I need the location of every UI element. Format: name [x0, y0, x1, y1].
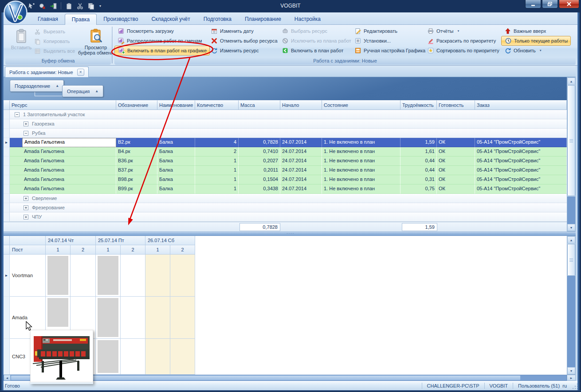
expand-icon[interactable]: [24, 205, 28, 210]
cell[interactable]: 0,2011: [239, 166, 280, 175]
group-row[interactable]: Газорезка: [4, 119, 567, 129]
table-row[interactable]: Amada Гильотина В36.рк Балка 1 0,2027 24…: [4, 157, 567, 166]
column-header[interactable]: Обозначение: [116, 100, 157, 110]
reports-button[interactable]: Отчёты▼: [424, 26, 502, 36]
pane-splitter[interactable]: ∙∙∙∙: [4, 231, 577, 236]
cell[interactable]: 05-А14 "ПромСтройСервис": [475, 175, 567, 184]
table-row[interactable]: Amada Гильотина В99.рк Балка 1 0,3438 24…: [4, 184, 567, 194]
cell[interactable]: 4: [195, 138, 239, 147]
collapse-icon[interactable]: [24, 131, 28, 136]
cell[interactable]: 24.07.2014: [280, 157, 322, 166]
tab-skladskoy-uchet[interactable]: Складской учёт: [145, 14, 196, 25]
cell[interactable]: В99.рк: [116, 184, 157, 194]
cell[interactable]: 0,44: [400, 166, 437, 175]
tab-nastroyka[interactable]: Настройка: [288, 14, 327, 25]
cell[interactable]: Балка: [157, 147, 195, 157]
day-header[interactable]: 26.07.14 Сб: [145, 236, 195, 245]
cell[interactable]: Amada Гильотина: [22, 175, 116, 184]
column-header[interactable]: Готовность: [437, 100, 475, 110]
day-header[interactable]: 24.07.14 Чт: [46, 236, 96, 245]
shift-cell[interactable]: [71, 255, 96, 297]
include-plan-chart-button[interactable]: Включить в план работ на графике: [114, 46, 210, 55]
collapse-icon[interactable]: [15, 112, 20, 117]
cell[interactable]: 1. Не включено в план: [322, 147, 400, 157]
cell[interactable]: 0,7828: [239, 138, 280, 147]
cell[interactable]: 1. Не включено в план: [322, 157, 400, 166]
cell[interactable]: ОК: [437, 147, 475, 157]
close-button[interactable]: [559, 0, 579, 8]
column-header[interactable]: Количество: [195, 100, 239, 110]
cell[interactable]: В4.рк: [116, 147, 157, 157]
cell[interactable]: 1,61: [400, 147, 437, 157]
document-tab[interactable]: Работа с заданиями: Новые ×: [5, 67, 89, 77]
cancel-resource-button[interactable]: Отменить выбор ресурса: [208, 36, 280, 46]
shift-cell[interactable]: [46, 255, 71, 297]
shift-cell[interactable]: [145, 255, 170, 297]
view-load-button[interactable]: Посмотреть загрузку: [114, 26, 210, 36]
cell[interactable]: В36.рк: [116, 157, 157, 166]
cell[interactable]: Amada Гильотина: [22, 184, 116, 194]
cell[interactable]: ОК: [437, 138, 475, 147]
table-row[interactable]: Amada Гильотина В98.рк Балка 1 0,1504 24…: [4, 175, 567, 184]
cell[interactable]: 0,3438: [239, 184, 280, 194]
change-resource-button[interactable]: Изменить ресурс: [208, 46, 280, 55]
day-header[interactable]: 25.07.14 Пт: [96, 236, 145, 245]
schedule-row[interactable]: ► Voortman: [4, 255, 567, 297]
shift-cell[interactable]: [96, 297, 121, 339]
cell[interactable]: 1: [195, 175, 239, 184]
cell[interactable]: 24.07.2014: [280, 147, 322, 157]
cell[interactable]: 1,59: [400, 138, 437, 147]
distribute-shifts-button[interactable]: Распределение работ по сменам: [114, 36, 210, 46]
shift-cell[interactable]: [121, 339, 145, 375]
cell[interactable]: В2.рк: [116, 138, 157, 147]
cell[interactable]: Балка: [157, 175, 195, 184]
cell[interactable]: ОК: [437, 166, 475, 175]
group-row[interactable]: Фрезерование: [4, 203, 567, 212]
group-by-operaciya[interactable]: Операция▲: [62, 85, 103, 97]
shift-header[interactable]: 1: [145, 245, 170, 255]
cell[interactable]: 0,44: [400, 157, 437, 166]
cell[interactable]: 0,31: [400, 175, 437, 184]
cell[interactable]: Балка: [157, 157, 195, 166]
cell-focused[interactable]: Amada Гильотина: [22, 138, 116, 147]
tab-planirovanie[interactable]: Планирование: [238, 14, 288, 25]
tab-podgotovka[interactable]: Подготовка: [197, 14, 238, 25]
cell[interactable]: 1. Не включено в план: [322, 138, 400, 147]
grid-vscrollbar[interactable]: ▲ ▼: [567, 77, 576, 231]
include-plan-button[interactable]: Включить в план работ: [279, 46, 354, 55]
table-row-selected[interactable]: ► Amada Гильотина В2.рк Балка 4 0,7828 2…: [4, 138, 567, 147]
resource-name[interactable]: Voortman: [10, 255, 46, 297]
refresh-button[interactable]: Обновить▼: [501, 46, 571, 55]
shift-cell[interactable]: [145, 339, 170, 375]
cell[interactable]: 2: [195, 147, 239, 157]
cell[interactable]: 05-А14 "ПромСтройСервис": [475, 147, 567, 157]
expand-icon[interactable]: [24, 122, 28, 126]
table-row[interactable]: Amada Гильотина В37.рк Балка 1 0,2011 24…: [4, 166, 567, 175]
cell[interactable]: 1. Не включено в план: [322, 184, 400, 194]
cell[interactable]: Балка: [157, 138, 195, 147]
change-date-button[interactable]: Изменить дату: [208, 26, 280, 36]
shift-header[interactable]: 1: [46, 245, 71, 255]
cell[interactable]: 05-А14 "ПромСтройСервис": [475, 166, 567, 175]
cell[interactable]: 24.07.2014: [280, 184, 322, 194]
expand-icon[interactable]: [24, 215, 28, 220]
cell[interactable]: В98.рк: [116, 175, 157, 184]
restore-button[interactable]: [542, 0, 558, 8]
cell[interactable]: 0,2027: [239, 157, 280, 166]
cell[interactable]: Балка: [157, 184, 195, 194]
cell[interactable]: 05-А14 "ПромСтройСервис": [475, 138, 567, 147]
shift-header[interactable]: 2: [121, 245, 145, 255]
cell[interactable]: 05-А14 "ПромСтройСервис": [475, 157, 567, 166]
shift-cell[interactable]: [145, 297, 170, 339]
cell[interactable]: 0,75: [400, 184, 437, 194]
group-row[interactable]: ЧПУ: [4, 212, 567, 222]
important-up-button[interactable]: Важные вверх: [501, 26, 571, 36]
cell[interactable]: Балка: [157, 166, 195, 175]
app-logo[interactable]: [4, 0, 27, 26]
group-row[interactable]: 1 Заготовительный участок: [4, 110, 567, 119]
expand-icon[interactable]: [24, 196, 28, 201]
cell[interactable]: 0,1504: [239, 175, 280, 184]
shift-cell[interactable]: [121, 297, 145, 339]
group-row[interactable]: Рубка: [4, 129, 567, 138]
cell[interactable]: ОК: [437, 175, 475, 184]
